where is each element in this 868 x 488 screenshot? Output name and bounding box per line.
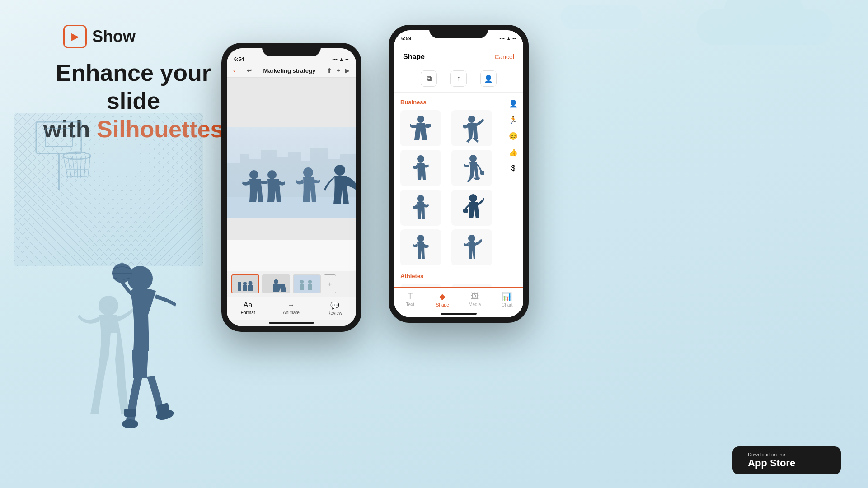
slide-top-empty (227, 78, 356, 127)
nav-animate-label: Animate (283, 310, 300, 315)
side-run-icon[interactable]: 🏃 (507, 113, 520, 126)
shape-panel-header: Shape Cancel (394, 43, 523, 65)
cancel-button[interactable]: Cancel (494, 53, 514, 60)
nav-review[interactable]: 💬 Review (327, 301, 342, 316)
biz-figure-7-svg (408, 233, 433, 262)
biz-figure-6-svg (460, 193, 484, 223)
svg-rect-56 (480, 171, 484, 175)
athletes-category-label: Athletes (400, 273, 499, 279)
phone-right-screen: 6:59 ▪▪▪ ▲ ▪▪ Shape Cancel ⧉ ↑ 👤 Busines… (394, 30, 523, 317)
status-icons-left: ▪▪▪ ▲ ▪▪ (333, 56, 349, 62)
status-time-left: 6:54 (234, 56, 244, 62)
svg-point-50 (308, 280, 312, 284)
side-dollar-icon[interactable]: $ (507, 162, 520, 175)
add-slide-button[interactable]: + (324, 274, 336, 293)
business-category-label: Business (400, 99, 499, 106)
svg-point-48 (300, 280, 304, 284)
thumb-3[interactable] (293, 274, 321, 293)
thumb-2-preview (263, 275, 289, 293)
tab-chart[interactable]: 📊 Chart (496, 292, 518, 307)
shape-panel-title: Shape (403, 53, 425, 61)
phone-toolbar-left: ‹ ↩ Marketing strategy ⬆ + ▶ (227, 64, 356, 78)
slide-thumbnails[interactable]: + (227, 271, 356, 297)
business-figure-8[interactable] (451, 229, 492, 265)
side-person-icon[interactable]: 👤 (507, 97, 520, 110)
shape-tab-icon: ◆ (439, 292, 446, 302)
business-figure-5[interactable] (400, 190, 441, 226)
svg-point-46 (274, 279, 278, 284)
filter-up-icon[interactable]: ↑ (450, 70, 467, 87)
phone-notch-right (429, 25, 488, 38)
logo-area: ▶ Show (63, 25, 136, 48)
side-face-icon[interactable]: 😊 (507, 130, 520, 142)
side-hand-icon[interactable]: 👍 (507, 146, 520, 158)
share-button[interactable]: ⬆ (327, 67, 332, 74)
phone-right: 6:59 ▪▪▪ ▲ ▪▪ Shape Cancel ⧉ ↑ 👤 Busines… (389, 25, 529, 323)
biz-figure-1-svg (408, 114, 433, 143)
athlete-figure-2[interactable] (451, 284, 492, 287)
text-tab-label: Text (406, 302, 414, 307)
shape-side-icons: 👤 🏃 😊 👍 $ (503, 93, 523, 287)
tab-media[interactable]: 🖼 Media (464, 292, 486, 307)
svg-point-52 (417, 116, 424, 123)
business-figure-3[interactable] (400, 150, 441, 186)
business-figure-1[interactable] (400, 110, 441, 146)
status-icons-right: ▪▪▪ ▲ ▪▪ (500, 36, 516, 41)
svg-rect-59 (463, 209, 468, 213)
add-button[interactable]: + (337, 67, 340, 74)
tab-text[interactable]: T Text (399, 292, 422, 307)
badge-main-label: App Store (748, 457, 795, 469)
filter-person-icon[interactable]: 👤 (480, 70, 497, 87)
shape-grid-scrollable[interactable]: Business (394, 93, 503, 287)
basketball-player-illustration (45, 224, 190, 461)
business-figure-6[interactable] (451, 190, 492, 226)
svg-rect-40 (238, 285, 241, 291)
business-shape-grid (400, 110, 499, 265)
play-button[interactable]: ▶ (345, 67, 350, 74)
media-tab-icon: 🖼 (471, 292, 479, 301)
nav-format[interactable]: Aa Format (241, 301, 255, 316)
thumb-2[interactable] (262, 274, 290, 293)
biz-figure-8-svg (460, 233, 484, 262)
nav-animate[interactable]: → Animate (283, 301, 300, 316)
shape-bottom-tab-bar: T Text ◆ Shape 🖼 Media 📊 Chart (394, 287, 523, 311)
nav-format-label: Format (241, 310, 255, 315)
app-store-badge[interactable]: Download on the App Store (732, 446, 841, 474)
svg-rect-42 (243, 285, 247, 291)
athlete-figure-1[interactable] (400, 284, 441, 287)
svg-rect-21 (124, 409, 136, 417)
shape-tab-label: Shape (436, 302, 449, 307)
review-icon: 💬 (330, 301, 339, 310)
tab-shape[interactable]: ◆ Shape (431, 292, 454, 307)
svg-point-60 (417, 235, 424, 242)
undo-button[interactable]: ↩ (247, 67, 252, 74)
slide-presentation (227, 127, 356, 218)
svg-rect-51 (308, 284, 312, 290)
business-figure-2[interactable] (451, 110, 492, 146)
svg-point-43 (249, 281, 253, 285)
business-figure-7[interactable] (400, 229, 441, 265)
svg-point-37 (334, 165, 345, 176)
home-indicator-right (441, 313, 477, 315)
slide-bottom-empty (227, 218, 356, 240)
biz-figure-3-svg (408, 153, 433, 183)
slide-main (227, 78, 356, 271)
thumb-3-preview (294, 275, 320, 293)
svg-point-55 (469, 155, 477, 162)
cloud-decoration-right (696, 9, 832, 45)
svg-point-39 (238, 282, 241, 285)
svg-point-61 (468, 235, 475, 242)
business-figure-4[interactable] (451, 150, 492, 186)
svg-point-58 (469, 194, 477, 202)
back-button[interactable]: ‹ (233, 66, 235, 74)
badge-text-area: Download on the App Store (748, 452, 795, 469)
filter-copy-icon[interactable]: ⧉ (421, 70, 437, 87)
badge-sub-label: Download on the (748, 452, 795, 457)
phone-left: 6:54 ▪▪▪ ▲ ▪▪ ‹ ↩ Marketing strategy ⬆ +… (221, 43, 361, 332)
athletes-shape-grid (400, 284, 499, 287)
animate-icon: → (287, 301, 295, 309)
svg-rect-49 (300, 284, 304, 290)
thumb-1-preview (232, 275, 258, 293)
thumb-1[interactable] (231, 274, 259, 293)
media-tab-label: Media (469, 302, 481, 307)
